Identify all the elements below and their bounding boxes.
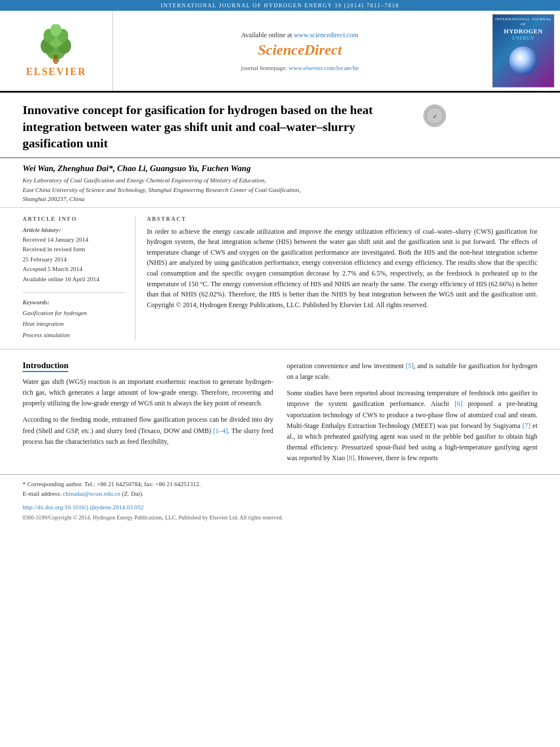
affiliation-line-1: Key Laboratory of Coal Gasification and … xyxy=(23,176,537,185)
sciencedirect-url[interactable]: www.sciencedirect.com xyxy=(294,31,358,39)
article-info-heading: ARTICLE INFO xyxy=(23,216,126,222)
footnote-email-link[interactable]: chinadai@ecust.edu.cn xyxy=(63,490,120,497)
journal-cover-energy: ENERGY xyxy=(495,35,552,42)
crossmark-badge: ✓ xyxy=(423,104,446,127)
journal-cover-title-text: International Journal of xyxy=(495,17,552,27)
keywords-heading: Keywords: xyxy=(23,299,126,305)
elsevier-logo: ELSEVIER xyxy=(26,24,86,78)
history-heading: Article history: xyxy=(23,226,126,233)
article-title: Innovative concept for gasification for … xyxy=(23,102,418,152)
doi-link[interactable]: http://dx.doi.org/10.1016/j.ijhydene.201… xyxy=(23,504,144,510)
abstract-text: In order to achieve the energy cascade u… xyxy=(147,226,537,311)
svg-rect-9 xyxy=(54,59,58,64)
journal-cover-hydrogen: HYDROGEN xyxy=(495,27,552,35)
intro-heading: Introduction xyxy=(23,361,68,372)
footnote-email: E-mail address: chinadai@ecust.edu.cn (Z… xyxy=(23,489,537,499)
authors-text: Wei Wan, Zhenghua Dai*, Chao Li, Guangsu… xyxy=(23,164,537,173)
svg-point-8 xyxy=(54,55,58,59)
journal-cover-image: International Journal of HYDROGEN ENERGY xyxy=(492,14,554,88)
doi-line: http://dx.doi.org/10.1016/j.ijhydene.201… xyxy=(0,501,560,513)
crossmark-icon: ✓ xyxy=(426,107,444,125)
info-abstract-section: ARTICLE INFO Article history: Received 1… xyxy=(0,207,560,350)
body-section: Introduction Water gas shift (WGS) react… xyxy=(0,350,560,470)
journal-homepage: journal homepage: www.elsevier.com/locat… xyxy=(241,64,359,71)
copyright-line: 0360-3199/Copyright © 2014, Hydrogen Ene… xyxy=(0,513,560,525)
svg-text:✓: ✓ xyxy=(432,113,438,120)
accepted-date: Accepted 5 March 2014 xyxy=(23,264,126,274)
affiliation-line-2: East China University of Science and Tec… xyxy=(23,185,537,195)
authors-section: Wei Wan, Zhenghua Dai*, Chao Li, Guangsu… xyxy=(0,158,560,207)
keyword-3: Process simulation xyxy=(23,330,126,341)
journal-homepage-link[interactable]: www.elsevier.com/locate/he xyxy=(289,64,359,71)
keyword-1: Gasification for hydrogen xyxy=(23,308,126,319)
revised-date: 25 February 2014 xyxy=(23,255,126,265)
elsevier-tree-icon xyxy=(33,24,78,64)
received-revised-label: Received in revised form xyxy=(23,244,126,255)
journal-cover-circle xyxy=(509,46,537,75)
abstract-heading: ABSTRACT xyxy=(147,216,537,222)
keyword-2: Heat integration xyxy=(23,318,126,330)
keywords-group: Keywords: Gasification for hydrogen Heat… xyxy=(23,292,126,341)
received-date: Received 14 January 2014 xyxy=(23,235,126,245)
ref-6: [6] xyxy=(454,400,462,408)
title-section: Innovative concept for gasification for … xyxy=(0,93,560,158)
body-p3: operation convenience and low investment… xyxy=(287,361,537,382)
affiliation-line-3: Shanghai 200237, China xyxy=(23,194,537,204)
ref-8: [8] xyxy=(347,454,355,462)
body-col-right: operation convenience and low investment… xyxy=(287,361,537,464)
available-date: Available online 16 April 2014 xyxy=(23,274,126,285)
sciencedirect-logo: ScienceDirect xyxy=(258,42,342,59)
journal-banner: INTERNATIONAL JOURNAL OF HYDROGEN ENERGY… xyxy=(0,0,560,11)
ref-7: [7] xyxy=(523,422,531,430)
footnotes-area: * Corresponding author. Tel.: +86 21 642… xyxy=(0,474,560,501)
abstract-column: ABSTRACT In order to achieve the energy … xyxy=(147,216,537,341)
body-p4: Some studies have been reported about in… xyxy=(287,388,537,464)
journal-cover-area: International Journal of HYDROGEN ENERGY xyxy=(487,11,560,91)
footnote-corresponding: * Corresponding author. Tel.: +86 21 642… xyxy=(23,479,537,490)
sciencedirect-area: Available online at www.sciencedirect.co… xyxy=(113,11,487,91)
journal-banner-text: INTERNATIONAL JOURNAL OF HYDROGEN ENERGY… xyxy=(161,2,400,8)
article-info-column: ARTICLE INFO Article history: Received 1… xyxy=(23,216,135,341)
body-col-left: Introduction Water gas shift (WGS) react… xyxy=(23,361,273,464)
crossmark-badge-area: ✓ xyxy=(423,104,446,127)
body-p1: Water gas shift (WGS) reaction is an imp… xyxy=(23,377,273,409)
ref-1-4: [1–4] xyxy=(213,427,228,435)
svg-point-7 xyxy=(50,24,62,36)
article-history: Article history: Received 14 January 201… xyxy=(23,226,126,285)
ref-5: [5] xyxy=(406,362,414,370)
available-online-text: Available online at www.sciencedirect.co… xyxy=(241,31,358,40)
journal-header: ELSEVIER Available online at www.science… xyxy=(0,11,560,93)
elsevier-name-text: ELSEVIER xyxy=(26,66,86,78)
body-p2: According to the feeding mode, entrained… xyxy=(23,414,273,447)
elsevier-logo-area: ELSEVIER xyxy=(0,11,113,91)
affiliation: Key Laboratory of Coal Gasification and … xyxy=(23,176,537,204)
body-two-col: Introduction Water gas shift (WGS) react… xyxy=(23,361,537,464)
